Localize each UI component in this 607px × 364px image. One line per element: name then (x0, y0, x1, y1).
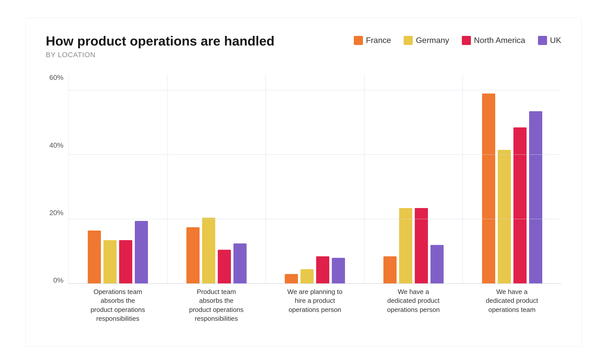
bars-4 (463, 74, 561, 284)
chart-body: 0%20%40%60% Operations team absorbs the … (46, 74, 561, 314)
bar-0-uk (135, 221, 148, 284)
legend-label-france: France (366, 36, 391, 45)
groups-container (69, 74, 561, 284)
bar-4-germany (498, 150, 511, 284)
x-label-cell-0: Operations team absorbs the product oper… (69, 284, 167, 314)
legend-label-north_america: North America (474, 36, 525, 45)
bars-0 (69, 74, 167, 284)
bar-0-germany (103, 240, 117, 284)
y-axis-label: 40% (49, 142, 63, 149)
bar-2-france (285, 274, 298, 284)
bars-1 (167, 74, 266, 284)
legend-swatch-germany (404, 36, 413, 45)
bar-1-north_america (218, 250, 231, 284)
bar-3-france (383, 256, 397, 284)
legend-swatch-uk (538, 36, 547, 45)
chart-title: How product operations are handled (46, 33, 274, 49)
legend: France Germany North America UK (354, 36, 561, 45)
bar-3-germany (399, 208, 412, 284)
bar-2-north_america (316, 256, 329, 284)
bar-2-uk (332, 258, 345, 284)
bar-group-0 (69, 74, 167, 284)
grid-line (69, 219, 561, 219)
bar-1-uk (233, 243, 247, 284)
chart-title-block: How product operations are handled BY LO… (46, 33, 274, 59)
bar-2-germany (300, 269, 314, 284)
bar-group-1 (167, 74, 266, 284)
y-axis-label: 60% (49, 74, 63, 81)
bar-4-france (482, 94, 495, 284)
legend-swatch-france (354, 36, 363, 45)
bar-3-north_america (415, 208, 428, 284)
bars-3 (364, 74, 463, 284)
bar-4-north_america (513, 127, 527, 284)
bar-group-3 (364, 74, 463, 284)
bar-0-north_america (119, 240, 132, 284)
legend-item-germany: Germany (404, 36, 449, 45)
grid-line (69, 154, 561, 155)
bar-4-uk (529, 111, 542, 284)
legend-item-uk: UK (538, 36, 561, 45)
legend-label-uk: UK (550, 36, 561, 45)
bar-1-france (186, 227, 200, 284)
grid-line (69, 283, 561, 284)
x-label-text-2: We are planning to hire a product operat… (287, 287, 342, 314)
legend-item-france: France (354, 36, 391, 45)
chart-plot (69, 74, 561, 284)
bar-group-2 (266, 74, 364, 284)
x-label-cell-3: We have a dedicated product operations p… (364, 284, 463, 314)
chart-header: How product operations are handled BY LO… (46, 33, 561, 59)
bar-0-france (88, 231, 101, 284)
bar-group-4 (463, 74, 561, 284)
legend-swatch-north_america (462, 36, 471, 45)
y-axis-label: 0% (53, 277, 63, 284)
chart-subtitle: BY LOCATION (46, 51, 274, 59)
chart-container: How product operations are handled BY LO… (25, 18, 582, 346)
bar-3-uk (430, 245, 444, 284)
bar-1-germany (202, 218, 215, 284)
y-axis-label: 20% (49, 209, 63, 216)
x-label-text-1: Product team absorbs the product operati… (189, 287, 244, 323)
x-label-text-4: We have a dedicated product operations t… (486, 287, 538, 314)
x-label-text-3: We have a dedicated product operations p… (387, 287, 440, 314)
x-labels: Operations team absorbs the product oper… (69, 284, 561, 314)
legend-item-north_america: North America (462, 36, 525, 45)
y-axis: 0%20%40%60% (46, 74, 69, 284)
x-label-cell-4: We have a dedicated product operations t… (463, 284, 561, 314)
legend-label-germany: Germany (416, 36, 449, 45)
grid-line (69, 90, 561, 90)
bars-2 (266, 74, 364, 284)
x-label-cell-1: Product team absorbs the product operati… (167, 284, 266, 314)
x-label-text-0: Operations team absorbs the product oper… (91, 287, 145, 323)
x-label-cell-2: We are planning to hire a product operat… (266, 284, 364, 314)
